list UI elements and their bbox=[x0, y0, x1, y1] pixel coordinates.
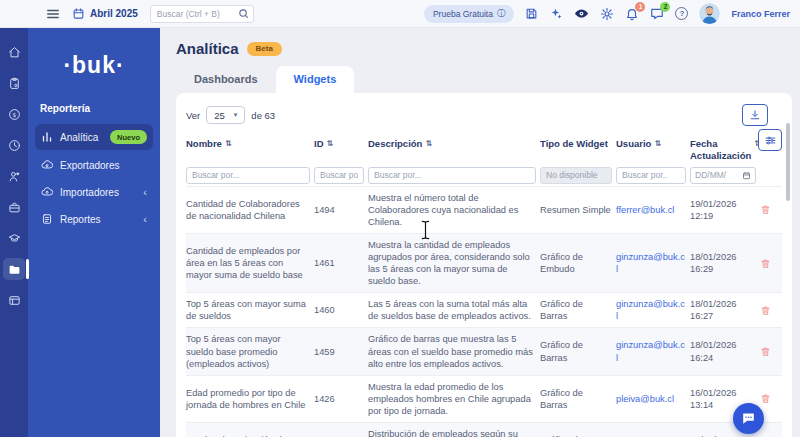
column-header-fecha[interactable]: Fecha Actualización⇅ bbox=[690, 135, 756, 167]
period-label: Abril 2025 bbox=[90, 8, 138, 19]
page-size-select[interactable]: 25 ▾ bbox=[206, 106, 245, 124]
table-row[interactable]: Top 5 áreas con mayor suma de sueldos 14… bbox=[186, 292, 782, 327]
sidebar: ·buk· Reportería Analítica Nuevo Exporta… bbox=[28, 28, 160, 437]
sidebar-item-reportes[interactable]: Reportes ‹ bbox=[35, 207, 153, 231]
download-button[interactable] bbox=[742, 104, 768, 126]
table-row[interactable]: Fondos de cotización de empleados 1393 D… bbox=[186, 422, 782, 437]
widgets-card: Ver 25 ▾ de 63 Nombre⇅ ID⇅ Descripción⇅ … bbox=[176, 93, 792, 437]
eye-icon bbox=[574, 6, 589, 21]
filter-toggle-button[interactable] bbox=[758, 129, 782, 151]
sort-icon[interactable]: ⇅ bbox=[327, 139, 334, 149]
settings-button[interactable] bbox=[600, 7, 614, 21]
main-content: Analítica Beta Dashboards Widgets Ver 25… bbox=[160, 28, 800, 437]
sidebar-item-label: Exportadores bbox=[60, 160, 119, 171]
widget-description: Muestra la edad promedio de los empleado… bbox=[368, 381, 536, 417]
widget-name: Top 5 áreas con mayor sueldo base promed… bbox=[186, 333, 310, 369]
caret-down-icon: ▾ bbox=[234, 111, 238, 119]
save-shortcut-button[interactable] bbox=[525, 7, 538, 20]
trash-icon bbox=[760, 393, 771, 404]
widget-name: Cantidad de empleados por área en las 5 … bbox=[186, 245, 310, 281]
widget-type: Gráfico de Barras bbox=[540, 298, 612, 322]
tab-dashboards[interactable]: Dashboards bbox=[176, 66, 276, 93]
delete-button[interactable] bbox=[760, 305, 780, 316]
calendar-icon bbox=[742, 171, 751, 180]
column-header-nombre[interactable]: Nombre⇅ bbox=[186, 135, 310, 167]
title-row: Analítica Beta bbox=[176, 40, 792, 57]
table-row[interactable]: Top 5 áreas con mayor sueldo base promed… bbox=[186, 327, 782, 374]
trash-icon bbox=[760, 346, 771, 357]
table-body: Cantidad de Colaboradores de nacionalida… bbox=[186, 186, 782, 437]
svg-text:$: $ bbox=[12, 110, 16, 117]
rail-home-icon[interactable] bbox=[3, 41, 25, 63]
column-header-id[interactable]: ID⇅ bbox=[314, 135, 364, 167]
help-icon[interactable]: ? bbox=[675, 7, 688, 20]
topbar: Abril 2025 Prueba Gratuita ⓘ 1 bbox=[0, 0, 800, 28]
period-selector[interactable]: Abril 2025 bbox=[72, 7, 138, 20]
update-time: 16:29 bbox=[690, 263, 756, 275]
support-chat-button[interactable] bbox=[733, 403, 764, 434]
delete-button[interactable] bbox=[760, 204, 780, 215]
trial-badge[interactable]: Prueba Gratuita ⓘ bbox=[424, 5, 515, 23]
rail-apps-icon[interactable] bbox=[3, 289, 25, 311]
widget-user: ginzunza@buk.cl bbox=[616, 339, 686, 363]
table-row[interactable]: Edad promedio por tipo de jornada de hom… bbox=[186, 375, 782, 422]
filter-descripcion-input[interactable] bbox=[368, 167, 536, 184]
avatar[interactable] bbox=[699, 3, 720, 24]
filter-id-input[interactable] bbox=[314, 167, 364, 184]
widget-description: Muestra el número total de Colaboradores… bbox=[368, 192, 536, 228]
column-header-descripcion[interactable]: Descripción⇅ bbox=[368, 135, 536, 167]
hamburger-icon bbox=[46, 7, 60, 21]
user-email-link[interactable]: fferrer@buk.cl bbox=[616, 205, 674, 215]
rail-talent-icon[interactable] bbox=[3, 165, 25, 187]
download-icon bbox=[749, 109, 761, 121]
update-date: 16/01/2026 bbox=[690, 387, 756, 399]
tab-widgets[interactable]: Widgets bbox=[276, 66, 355, 93]
sidebar-item-exportadores[interactable]: Exportadores bbox=[35, 153, 153, 177]
notifications: 1 bbox=[625, 7, 639, 21]
chevron-icon: ‹ bbox=[143, 213, 147, 225]
rail-reports-icon[interactable] bbox=[3, 258, 25, 280]
user-name[interactable]: Franco Ferrer bbox=[731, 9, 790, 19]
column-header-usuario[interactable]: Usuario⇅ bbox=[616, 135, 686, 167]
update-time: 12:19 bbox=[690, 210, 756, 222]
rail-admin-icon[interactable] bbox=[3, 72, 25, 94]
filter-usuario-input[interactable] bbox=[616, 167, 686, 184]
trash-icon bbox=[760, 204, 771, 215]
visibility-button[interactable] bbox=[574, 6, 589, 21]
user-email-link[interactable]: pleiva@buk.cl bbox=[616, 394, 674, 404]
menu-icon[interactable] bbox=[46, 7, 60, 21]
sidebar-item-importadores[interactable]: Importadores ‹ bbox=[35, 180, 153, 204]
nuevo-badge: Nuevo bbox=[110, 130, 147, 144]
table-scrollbar[interactable] bbox=[786, 123, 790, 201]
widget-description: Las 5 áreas con la suma total más alta d… bbox=[368, 298, 536, 322]
user-email-link[interactable]: ginzunza@buk.cl bbox=[616, 340, 685, 362]
ai-assistant-button[interactable] bbox=[549, 7, 563, 21]
search-icon[interactable] bbox=[238, 8, 249, 19]
delete-button[interactable] bbox=[760, 346, 780, 357]
cloud-upload-icon bbox=[41, 186, 53, 198]
table-row[interactable]: Cantidad de empleados por área en las 5 … bbox=[186, 233, 782, 292]
rail-time-icon[interactable] bbox=[3, 134, 25, 156]
user-email-link[interactable]: ginzunza@buk.cl bbox=[616, 299, 685, 321]
messages: 2 bbox=[650, 7, 664, 21]
sort-icon[interactable]: ⇅ bbox=[225, 139, 232, 149]
table-row[interactable]: Cantidad de Colaboradores de nacionalida… bbox=[186, 186, 782, 233]
delete-button[interactable] bbox=[760, 258, 780, 269]
bar-chart-icon bbox=[41, 131, 53, 143]
sidebar-item-analitica[interactable]: Analítica Nuevo bbox=[35, 124, 153, 150]
update-date: 18/01/2026 bbox=[690, 339, 756, 351]
rail-benefits-icon[interactable] bbox=[3, 196, 25, 218]
delete-button[interactable] bbox=[760, 393, 780, 404]
topbar-actions: Prueba Gratuita ⓘ 1 2 ? bbox=[424, 3, 790, 24]
table-header: Nombre⇅ ID⇅ Descripción⇅ Tipo de Widget … bbox=[186, 135, 782, 167]
filter-nombre-input[interactable] bbox=[186, 167, 310, 184]
rail-training-icon[interactable] bbox=[3, 227, 25, 249]
rail-payroll-icon[interactable]: $ bbox=[3, 103, 25, 125]
sort-icon[interactable]: ⇅ bbox=[654, 139, 661, 149]
sort-icon[interactable]: ⇅ bbox=[425, 139, 432, 149]
widget-name: Cantidad de Colaboradores de nacionalida… bbox=[186, 198, 310, 222]
table-controls: Ver 25 ▾ de 63 bbox=[186, 104, 782, 126]
filter-fecha-input[interactable]: DD/MM/ bbox=[690, 167, 756, 184]
message-count-badge: 2 bbox=[660, 2, 670, 12]
user-email-link[interactable]: ginzunza@buk.cl bbox=[616, 252, 685, 274]
